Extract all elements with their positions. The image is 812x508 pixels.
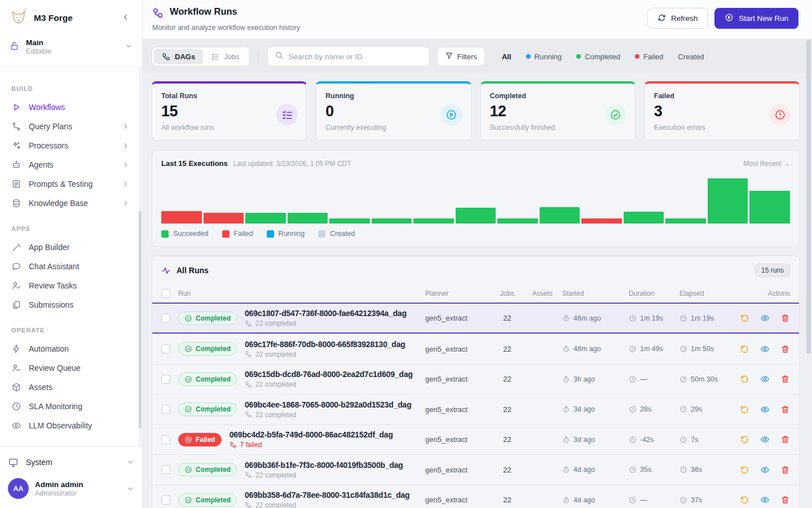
- retry-button[interactable]: [740, 374, 749, 384]
- view-button[interactable]: [760, 435, 770, 444]
- workflow-icon: [245, 351, 252, 358]
- cell-jobs: 22: [492, 345, 523, 353]
- rotate-ccw-icon: [740, 495, 749, 505]
- duration-value: 35s: [640, 466, 651, 474]
- run-text: 069bb358-6d7a-78ee-8000-31c84fa38d1c_dag…: [245, 491, 409, 508]
- run-id[interactable]: 069c17fe-886f-70db-8000-665f83928130_dag: [245, 340, 405, 349]
- view-button[interactable]: [760, 374, 770, 384]
- run-id[interactable]: 069bb358-6d7a-78ee-8000-31c84fa38d1c_dag: [245, 491, 409, 500]
- row-checkbox[interactable]: [161, 435, 170, 444]
- row-checkbox[interactable]: [161, 465, 170, 474]
- row-checkbox[interactable]: [161, 314, 170, 323]
- sidebar-item-workflows[interactable]: Workflows: [6, 98, 135, 117]
- row-checkbox[interactable]: [161, 405, 170, 414]
- search-box[interactable]: [267, 46, 430, 67]
- project-selector[interactable]: Main Editable: [0, 32, 142, 67]
- row-checkbox[interactable]: [161, 496, 170, 505]
- table-row[interactable]: Completed069c15db-dcd8-76ad-8000-2ea2d7c…: [152, 364, 799, 395]
- retry-button[interactable]: [740, 435, 749, 444]
- execution-bar[interactable]: [665, 218, 706, 224]
- retry-button[interactable]: [740, 465, 749, 475]
- search-input[interactable]: [289, 52, 422, 61]
- execution-bar[interactable]: [413, 218, 454, 224]
- sidebar-item-prompts-testing[interactable]: Prompts & Testing: [6, 174, 135, 194]
- status-filter-all[interactable]: All: [497, 50, 517, 64]
- stat-card-running: Running0Currently executing: [316, 81, 471, 141]
- status-filter-completed[interactable]: Completed: [571, 50, 625, 64]
- retry-button[interactable]: [740, 495, 749, 505]
- view-button[interactable]: [760, 495, 770, 505]
- view-button[interactable]: [760, 465, 770, 475]
- sidebar-item-sla-monitoring[interactable]: SLA Monitoring: [6, 397, 135, 416]
- delete-button[interactable]: [780, 313, 790, 323]
- sidebar-item-processors[interactable]: Processors: [6, 136, 135, 155]
- sidebar-item-query-plans[interactable]: Query Plans: [6, 117, 135, 136]
- retry-button[interactable]: [740, 313, 749, 323]
- table-row[interactable]: Completed069bc4ee-1868-7065-8000-b292a0d…: [152, 394, 799, 424]
- delete-button[interactable]: [780, 435, 790, 444]
- row-checkbox[interactable]: [161, 344, 170, 353]
- sidebar-item-system[interactable]: System: [8, 450, 134, 475]
- sidebar-item-submissions[interactable]: Submissions: [6, 295, 135, 314]
- sidebar-item-assets[interactable]: Assets: [6, 378, 135, 397]
- execution-bar[interactable]: [624, 212, 664, 224]
- sidebar-item-agents[interactable]: Agents: [6, 155, 135, 174]
- table-row[interactable]: Completed069c17fe-886f-70db-8000-665f839…: [152, 334, 799, 364]
- retry-button[interactable]: [740, 405, 749, 414]
- tab-jobs[interactable]: Jobs: [203, 49, 247, 64]
- delete-button[interactable]: [780, 465, 790, 475]
- sidebar-collapse-button[interactable]: [118, 12, 133, 25]
- execution-bar[interactable]: [204, 213, 244, 224]
- sidebar-item-review-queue[interactable]: Review Queue: [6, 358, 135, 378]
- execution-bar[interactable]: [161, 211, 202, 224]
- sidebar-item-chat-assistant[interactable]: Chat Assistant: [6, 257, 135, 276]
- delete-button[interactable]: [780, 374, 790, 384]
- retry-button[interactable]: [740, 344, 749, 354]
- run-id[interactable]: 069bc4d2-b5fa-749d-8000-86ac482152df_dag: [230, 430, 393, 439]
- tab-dags[interactable]: DAGs: [154, 49, 203, 64]
- view-button[interactable]: [760, 344, 770, 354]
- status-filter-running[interactable]: Running: [521, 50, 567, 64]
- execution-bar[interactable]: [749, 191, 790, 224]
- filters-button[interactable]: Filters: [437, 47, 485, 66]
- status-filter-label: Created: [678, 52, 704, 61]
- run-id[interactable]: 069c1807-d547-736f-8000-fae64212394a_dag: [245, 309, 407, 318]
- start-new-run-button[interactable]: Start New Run: [714, 8, 798, 29]
- status-filter-created[interactable]: Created: [673, 50, 709, 64]
- execution-bar[interactable]: [288, 213, 328, 224]
- sidebar-item-app-builder[interactable]: App Builder: [6, 238, 135, 257]
- sidebar-item-automation[interactable]: Automation: [6, 339, 135, 358]
- view-button[interactable]: [760, 313, 770, 323]
- execution-bar[interactable]: [456, 208, 496, 224]
- run-id[interactable]: 069c15db-dcd8-76ad-8000-2ea2d7c1d609_dag: [245, 370, 413, 379]
- execution-bar[interactable]: [581, 218, 622, 224]
- run-id[interactable]: 069bc4ee-1868-7065-8000-b292a0d1523d_dag: [245, 400, 412, 409]
- execution-bar[interactable]: [372, 218, 412, 224]
- delete-button[interactable]: [780, 344, 790, 354]
- refresh-button[interactable]: Refresh: [647, 8, 708, 29]
- delete-button[interactable]: [780, 495, 790, 505]
- execution-bar[interactable]: [540, 207, 580, 224]
- sidebar-item-review-tasks[interactable]: Review Tasks: [6, 276, 135, 295]
- sidebar-item-label: Workflows: [29, 103, 65, 112]
- execution-bar[interactable]: [708, 178, 748, 224]
- run-id[interactable]: 069bb36f-b1fe-7f3c-8000-f4019fb3500b_dag: [245, 461, 403, 470]
- table-row[interactable]: Completed069bb36f-b1fe-7f3c-8000-f4019fb…: [152, 454, 799, 485]
- sidebar-scrollbar-thumb[interactable]: [139, 211, 142, 428]
- view-button[interactable]: [760, 405, 770, 414]
- user-menu[interactable]: AA Admin admin Administrator: [8, 475, 134, 503]
- row-checkbox[interactable]: [161, 375, 170, 384]
- status-filter-failed[interactable]: Failed: [630, 50, 668, 64]
- cell-started: 3d ago: [562, 436, 629, 444]
- execution-bar[interactable]: [497, 218, 538, 224]
- table-row[interactable]: Failed069bc4d2-b5fa-749d-8000-86ac482152…: [152, 424, 799, 455]
- sidebar-item-knowledge-base[interactable]: Knowledge Base: [6, 194, 135, 213]
- table-row[interactable]: Completed069c1807-d547-736f-8000-fae6421…: [152, 303, 799, 334]
- execution-bar[interactable]: [245, 213, 286, 224]
- select-all-checkbox[interactable]: [161, 289, 170, 298]
- execution-bar[interactable]: [329, 218, 370, 224]
- sidebar-item-llm-observability[interactable]: LLM Observability: [6, 416, 135, 435]
- table-row[interactable]: Completed069bb358-6d7a-78ee-8000-31c84fa…: [152, 485, 799, 508]
- delete-button[interactable]: [780, 405, 790, 414]
- main-scrollbar-thumb[interactable]: [806, 40, 811, 354]
